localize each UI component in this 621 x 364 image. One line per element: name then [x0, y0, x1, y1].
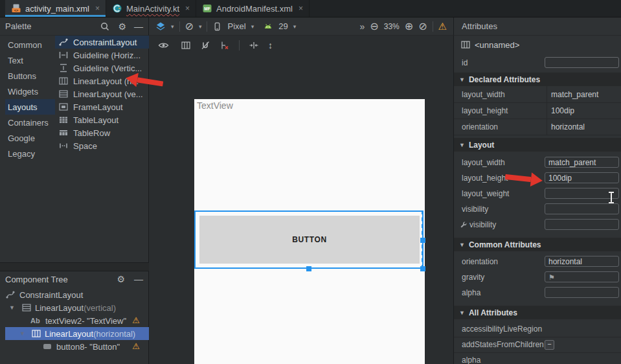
- attr-value[interactable]: 100dip: [551, 106, 574, 115]
- declared-row-orientation[interactable]: orientation horizontal: [454, 119, 621, 135]
- tree-row-label: button8- "Button": [56, 342, 120, 352]
- tab-close-icon[interactable]: ×: [95, 4, 100, 13]
- declared-row-layout-width[interactable]: layout_width match_parent: [454, 86, 621, 103]
- tools-visibility-field[interactable]: [545, 219, 619, 230]
- gear-icon[interactable]: ⚙: [117, 275, 125, 284]
- palette-item-tablelayout[interactable]: TableLayout: [55, 113, 149, 126]
- zoom-to-fit-icon[interactable]: ⊘: [418, 21, 427, 32]
- expander-icon[interactable]: ▼: [19, 330, 25, 337]
- palette-item-constraintlayout[interactable]: ConstraintLayout: [55, 36, 149, 49]
- palette-category-layouts[interactable]: Layouts: [5, 99, 55, 115]
- palette-item-framelayout[interactable]: FrameLayout: [55, 100, 149, 113]
- tab-activity-main-xml[interactable]: <> activity_main.xml ×: [5, 0, 106, 17]
- attr-value[interactable]: horizontal: [551, 122, 585, 131]
- orientation-icon[interactable]: ⊘: [185, 21, 194, 32]
- tree-row-textview2[interactable]: Ab textView2- "TextView" ⚠: [0, 314, 149, 327]
- toolbar-overflow-icon[interactable]: »: [360, 22, 365, 31]
- design-surface-layers-icon[interactable]: [155, 21, 166, 32]
- tab-mainactivity-kt[interactable]: MainActivity.kt ×: [106, 0, 196, 17]
- zoom-out-icon[interactable]: ⊖: [370, 21, 378, 32]
- chevron-down-icon[interactable]: ▾: [251, 23, 254, 30]
- alpha-field[interactable]: [545, 287, 619, 298]
- palette-category-widgets[interactable]: Widgets: [0, 84, 55, 99]
- section-collapse-icon: ▼: [459, 76, 465, 83]
- tree-row-linearlayout-horizontal[interactable]: ▼ LinearLayout(horizontal): [0, 327, 149, 340]
- warnings-icon[interactable]: ⚠: [438, 21, 447, 32]
- attributes-header: Attributes: [453, 17, 621, 36]
- framelayout-icon: [58, 102, 69, 112]
- clear-constraints-icon[interactable]: [220, 40, 230, 51]
- text-cursor: [608, 191, 615, 204]
- linearlayout-horizontal-icon: [460, 40, 471, 50]
- minimize-icon[interactable]: —: [134, 275, 143, 284]
- zoom-in-icon[interactable]: ⊕: [405, 21, 413, 32]
- resize-handle-bottom-center[interactable]: [306, 266, 311, 271]
- palette-item-linearlayout-vertical[interactable]: LinearLayout (ve...: [55, 87, 149, 100]
- section-common-attributes[interactable]: ▼ Common Attributes: [454, 238, 621, 251]
- palette-item-guideline-horizontal[interactable]: Guideline (Horiz...: [55, 49, 149, 62]
- zoom-level: 33%: [384, 22, 400, 31]
- tab-androidmanifest-xml[interactable]: MF AndroidManifest.xml ×: [196, 0, 310, 17]
- palette-category-text[interactable]: Text: [0, 52, 55, 68]
- device-selector-label[interactable]: Pixel: [227, 21, 245, 31]
- gravity-field[interactable]: ⚑: [545, 271, 619, 282]
- tree-row-linearlayout-vertical[interactable]: ▼ LinearLayout(vertical): [0, 301, 149, 314]
- view-options-eye-icon[interactable]: [158, 40, 169, 51]
- space-icon: [58, 141, 69, 151]
- palette-category-google[interactable]: Google: [0, 130, 55, 146]
- canvas-textview[interactable]: TextView: [197, 100, 233, 111]
- section-layout[interactable]: ▼ Layout: [454, 138, 621, 152]
- attr-value[interactable]: match_parent: [551, 90, 598, 99]
- api-level-label[interactable]: 29: [278, 21, 288, 31]
- chevron-down-icon[interactable]: ▾: [199, 23, 202, 30]
- tab-close-icon[interactable]: ×: [185, 4, 190, 13]
- design-surface: ↕ TextView BUTTON: [149, 36, 453, 364]
- indeterminate-checkbox[interactable]: −: [545, 340, 554, 350]
- attr-name: layout_width: [462, 158, 505, 167]
- pack-expand-icon[interactable]: ↕: [268, 41, 273, 50]
- gear-icon[interactable]: ⚙: [118, 22, 126, 31]
- palette-item-tablerow[interactable]: TableRow: [55, 126, 149, 139]
- android-api-icon[interactable]: [263, 21, 273, 32]
- tab-close-icon[interactable]: ×: [299, 4, 303, 13]
- palette-category-legacy[interactable]: Legacy: [0, 146, 55, 161]
- all-row-addstatesfromchildren[interactable]: addStatesFromChildren −: [454, 337, 621, 353]
- attr-name: addStatesFromChildren: [462, 340, 544, 349]
- layout-width-field[interactable]: match_parent: [545, 157, 619, 168]
- resize-handle-right-center[interactable]: [420, 238, 425, 243]
- orientation-field[interactable]: horizontal: [545, 256, 619, 267]
- attributes-title: Attributes: [462, 21, 497, 31]
- tree-row-constraintlayout[interactable]: ConstraintLayout: [0, 288, 149, 301]
- wrench-icon: [460, 221, 468, 229]
- expander-icon[interactable]: ▼: [9, 304, 15, 311]
- section-all-attributes[interactable]: ▼ All Attributes: [454, 306, 621, 319]
- palette-item-space[interactable]: Space: [55, 139, 149, 152]
- palette-category-buttons[interactable]: Buttons: [0, 68, 55, 84]
- search-icon[interactable]: [100, 21, 110, 32]
- design-canvas[interactable]: TextView BUTTON: [194, 99, 425, 364]
- resize-handle-bottom-right[interactable]: [420, 266, 425, 271]
- chevron-down-icon[interactable]: ▾: [293, 23, 297, 30]
- linearlayout-horizontal-icon: [58, 76, 69, 86]
- layout-height-field[interactable]: 100dip: [545, 172, 619, 183]
- canvas-button[interactable]: BUTTON: [199, 216, 420, 264]
- constraintlayout-icon: [5, 290, 16, 300]
- chevron-down-icon[interactable]: ▾: [171, 23, 174, 30]
- device-phone-icon[interactable]: [212, 21, 222, 32]
- all-row-alpha[interactable]: alpha: [454, 352, 621, 364]
- palette-category-common[interactable]: Common: [0, 37, 55, 52]
- svg-text:<>: <>: [14, 8, 18, 12]
- all-row-accessibilityliveregion[interactable]: accessibilityLiveRegion: [454, 321, 621, 337]
- orientation-columns-icon[interactable]: [181, 40, 191, 51]
- tree-row-button8[interactable]: button8- "Button" ⚠: [0, 340, 149, 353]
- autoconnect-off-magnet-icon[interactable]: [200, 40, 210, 51]
- visibility-field[interactable]: [545, 203, 619, 214]
- section-declared-attributes[interactable]: ▼ Declared Attributes: [454, 73, 621, 86]
- minimize-icon[interactable]: —: [134, 22, 143, 31]
- declared-row-layout-height[interactable]: layout_height 100dip: [454, 102, 621, 119]
- palette-category-containers[interactable]: Containers: [0, 115, 55, 130]
- id-field[interactable]: [545, 57, 619, 68]
- tree-row-label: ConstraintLayout: [19, 290, 83, 300]
- default-margins-icon[interactable]: [249, 40, 259, 51]
- design-toolbar: ▾ ⊘ ▾ Pixel ▾ 29 ▾ » ⊖ 33% ⊕ ⊘ ⚠: [149, 17, 453, 36]
